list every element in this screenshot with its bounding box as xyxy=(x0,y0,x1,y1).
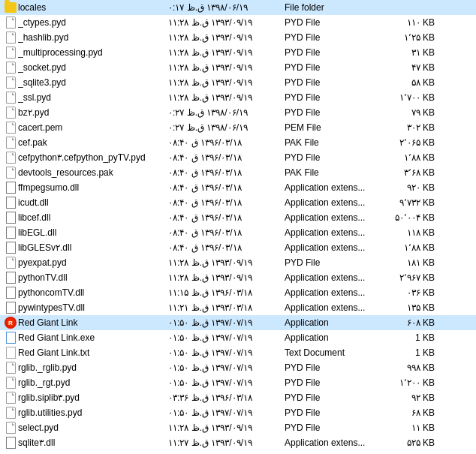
table-row[interactable]: pythoncomTV.dll۱۳۹۶/۰۳/۱۸ ق.ظ ۱۱:۱۵Appli… xyxy=(0,285,476,300)
file-name: _ssl.pyd xyxy=(18,92,168,103)
table-row[interactable]: ffmpegsumo.dll۱۳۹۶/۰۳/۱۸ ق ۰۸:۴۰Applicat… xyxy=(0,180,476,195)
table-row[interactable]: libEGL.dll۱۳۹۶/۰۳/۱۸ ق ۰۸:۴۰Application … xyxy=(0,225,476,240)
dll-icon xyxy=(6,227,16,239)
file-size: ۵۸ KB xyxy=(382,77,435,88)
table-row[interactable]: Red Giant Link.exe۱۳۹۷/۰۷/۱۹ ق.ظ ۰۱:۵۰Ap… xyxy=(0,330,476,345)
file-date: ۱۳۹۸/۰۶/۱۹ ق.ظ ۰:۱۷ xyxy=(168,2,285,13)
file-icon xyxy=(6,17,16,29)
file-type: PAK File xyxy=(285,137,382,148)
file-name: select.pyd xyxy=(18,422,168,433)
file-name: libGLESv۲.dll xyxy=(18,242,168,253)
exe-icon xyxy=(6,332,16,344)
file-icon xyxy=(6,422,16,434)
dll-icon xyxy=(6,197,16,209)
file-name: Red Giant Link.txt xyxy=(18,347,168,358)
file-name: _hashlib.pyd xyxy=(18,32,168,43)
file-size: ۵۰٬۰۰۴ KB xyxy=(382,212,435,223)
file-date: ۱۳۹۶/۰۳/۱۸ ق ۰۸:۴۰ xyxy=(168,242,285,253)
table-row[interactable]: libcef.dll۱۳۹۶/۰۳/۱۸ ق ۰۸:۴۰Application … xyxy=(0,210,476,225)
table-row[interactable]: libGLESv۲.dll۱۳۹۶/۰۳/۱۸ ق ۰۸:۴۰Applicati… xyxy=(0,240,476,255)
table-row[interactable]: cacert.pem۱۳۹۸/۰۶/۱۹ ق.ظ ۰:۲۷PEM File۳۰۲… xyxy=(0,120,476,135)
file-icon xyxy=(6,47,16,59)
file-date: ۱۳۹۶/۰۳/۱۸ ق ۰۸:۴۰ xyxy=(168,182,285,193)
file-size: ۱٬۲۰۰ KB xyxy=(382,377,435,388)
table-row[interactable]: pythonTV.dll۱۳۹۳/۰۹/۱۹ ق.ظ ۱۱:۲۸Applicat… xyxy=(0,270,476,285)
file-date: ۱۳۹۶/۰۳/۱۸ ق ۰۸:۴۰ xyxy=(168,167,285,178)
table-row[interactable]: pyexpat.pyd۱۳۹۳/۰۹/۱۹ ق.ظ ۱۱:۲۸PYD File۱… xyxy=(0,255,476,270)
file-name: ffmpegsumo.dll xyxy=(18,182,168,193)
file-date: ۱۳۹۳/۰۹/۱۹ ق.ظ ۱۱:۲۸ xyxy=(168,92,285,103)
file-date: ۱۳۹۳/۰۹/۱۹ ق.ظ ۱۱:۲۸ xyxy=(168,32,285,43)
table-row[interactable]: _ssl.pyd۱۳۹۳/۰۹/۱۹ ق.ظ ۱۱:۲۸PYD File۱٬۷۰… xyxy=(0,90,476,105)
table-row[interactable]: _ctypes.pyd۱۳۹۳/۰۹/۱۹ ق.ظ ۱۱:۲۸PYD File۱… xyxy=(0,15,476,30)
file-name: rglib._rgt.pyd xyxy=(18,377,168,388)
table-row[interactable]: locales۱۳۹۸/۰۶/۱۹ ق.ظ ۰:۱۷File folder xyxy=(0,0,476,15)
file-name: _sqlite3.pyd xyxy=(18,77,168,88)
table-row[interactable]: RRed Giant Link۱۳۹۷/۰۷/۱۹ ق.ظ ۰۱:۵۰Appli… xyxy=(0,315,476,330)
file-type: PYD File xyxy=(285,62,382,73)
file-date: ۱۳۹۳/۰۹/۱۹ ق.ظ ۱۱:۲۷ xyxy=(168,437,285,448)
file-name: Red Giant Link xyxy=(18,317,168,328)
file-type: PYD File xyxy=(285,77,382,88)
file-size: ۳٬۶۸ KB xyxy=(382,167,435,178)
file-size: 1 KB xyxy=(382,332,435,343)
file-type: PYD File xyxy=(285,422,382,433)
file-name: libEGL.dll xyxy=(18,227,168,238)
file-type: PYD File xyxy=(285,362,382,373)
table-row[interactable]: _hashlib.pyd۱۳۹۳/۰۹/۱۹ ق.ظ ۱۱:۲۸PYD File… xyxy=(0,30,476,45)
file-icon xyxy=(6,137,16,149)
table-row[interactable]: _multiprocessing.pyd۱۳۹۳/۰۹/۱۹ ق.ظ ۱۱:۲۸… xyxy=(0,45,476,60)
table-row[interactable]: rglib.utilities.pyd۱۳۹۷/۰۷/۱۹ ق.ظ ۰۱:۵۰P… xyxy=(0,405,476,420)
table-row[interactable]: rglib._rglib.pyd۱۳۹۷/۰۷/۱۹ ق.ظ ۰۱:۵۰PYD … xyxy=(0,360,476,375)
file-type: PYD File xyxy=(285,407,382,418)
file-type: Application extens... xyxy=(285,182,382,193)
file-size: ۱٬۸۸ KB xyxy=(382,242,435,253)
file-type: Application extens... xyxy=(285,272,382,283)
file-size: ۱۳۵ KB xyxy=(382,302,435,313)
table-row[interactable]: bz۲.pyd۱۳۹۸/۰۶/۱۹ ق.ظ ۰:۲۷PYD File۷۹ KB xyxy=(0,105,476,120)
file-size: ۲٬۰۶۵ KB xyxy=(382,137,435,148)
file-date: ۱۳۹۸/۰۶/۱۹ ق.ظ ۰:۲۷ xyxy=(168,107,285,118)
file-name: cefpython۳.cefpython_pyTV.pyd xyxy=(18,152,168,163)
folder-icon xyxy=(5,2,17,13)
file-type: PYD File xyxy=(285,152,382,163)
table-row[interactable]: rglib.siplib۳.pyd۱۳۹۶/۰۳/۱۸ ق.ظ ۰۳:۳۶PYD… xyxy=(0,390,476,405)
file-size: ۳۱ KB xyxy=(382,47,435,58)
file-size: ۹۲۰ KB xyxy=(382,182,435,193)
file-name: locales xyxy=(18,2,168,13)
table-row[interactable]: select.pyd۱۳۹۳/۰۹/۱۹ ق.ظ ۱۱:۲۸PYD File۱۱… xyxy=(0,420,476,435)
file-type: Application extens... xyxy=(285,197,382,208)
table-row[interactable]: sqlite۳.dll۱۳۹۳/۰۹/۱۹ ق.ظ ۱۱:۲۷Applicati… xyxy=(0,435,476,450)
file-date: ۱۳۹۳/۰۹/۱۹ ق.ظ ۱۱:۲۸ xyxy=(168,17,285,28)
table-row[interactable]: rglib._rgt.pyd۱۳۹۷/۰۷/۱۹ ق.ظ ۰۱:۵۰PYD Fi… xyxy=(0,375,476,390)
file-type: PAK File xyxy=(285,167,382,178)
file-icon xyxy=(6,392,16,404)
file-date: ۱۳۹۶/۰۳/۱۸ ق.ظ ۱۱:۱۵ xyxy=(168,287,285,298)
dll-icon xyxy=(6,437,16,449)
file-icon xyxy=(6,77,16,89)
file-name: Red Giant Link.exe xyxy=(18,332,168,343)
file-size: ۵۲۵ KB xyxy=(382,437,435,448)
file-date: ۱۳۹۳/۰۹/۱۹ ق.ظ ۱۱:۲۸ xyxy=(168,47,285,58)
file-type: PYD File xyxy=(285,257,382,268)
table-row[interactable]: cefpython۳.cefpython_pyTV.pyd۱۳۹۶/۰۳/۱۸ … xyxy=(0,150,476,165)
dll-icon xyxy=(6,287,16,299)
table-row[interactable]: Red Giant Link.txt۱۳۹۷/۰۷/۱۹ ق.ظ ۰۱:۵۰Te… xyxy=(0,345,476,360)
file-type: PYD File xyxy=(285,32,382,43)
file-type: PYD File xyxy=(285,392,382,403)
table-row[interactable]: icudt.dll۱۳۹۶/۰۳/۱۸ ق ۰۸:۴۰Application e… xyxy=(0,195,476,210)
table-row[interactable]: pywintypesTV.dll۱۳۹۳/۰۳/۱۸ ق.ظ ۱۱:۲۱Appl… xyxy=(0,300,476,315)
file-name: rglib.utilities.pyd xyxy=(18,407,168,418)
file-name: rglib.siplib۳.pyd xyxy=(18,392,168,403)
file-type: Application extens... xyxy=(285,212,382,223)
file-type: File folder xyxy=(285,2,382,13)
table-row[interactable]: _socket.pyd۱۳۹۳/۰۹/۱۹ ق.ظ ۱۱:۲۸PYD File۴… xyxy=(0,60,476,75)
file-type: PEM File xyxy=(285,122,382,133)
file-date: ۱۳۹۶/۰۳/۱۸ ق.ظ ۰۳:۳۶ xyxy=(168,392,285,403)
file-size: ۹٬۷۳۲ KB xyxy=(382,197,435,208)
table-row[interactable]: cef.pak۱۳۹۶/۰۳/۱۸ ق ۰۸:۴۰PAK File۲٬۰۶۵ K… xyxy=(0,135,476,150)
file-icon xyxy=(6,407,16,419)
file-size: ۱۸۱ KB xyxy=(382,257,435,268)
table-row[interactable]: devtools_resources.pak۱۳۹۶/۰۳/۱۸ ق ۰۸:۴۰… xyxy=(0,165,476,180)
table-row[interactable]: _sqlite3.pyd۱۳۹۳/۰۹/۱۹ ق.ظ ۱۱:۲۸PYD File… xyxy=(0,75,476,90)
